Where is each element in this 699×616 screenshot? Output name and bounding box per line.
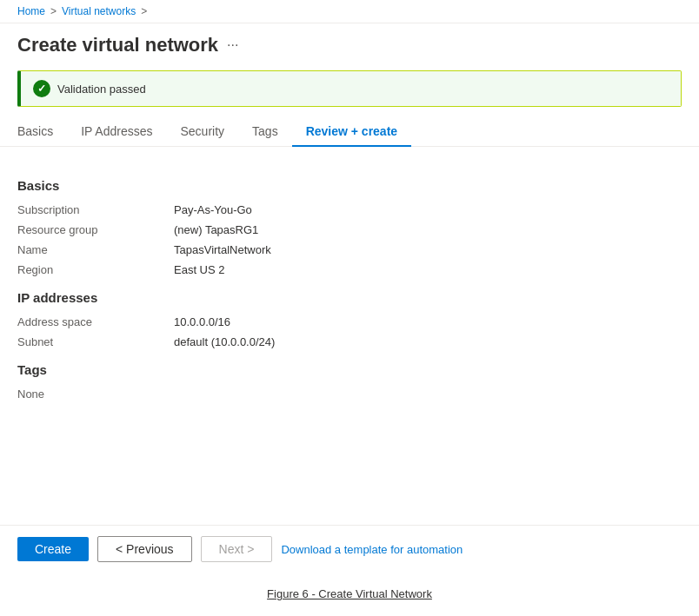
main-content: Basics Subscription Pay-As-You-Go Resour… — [0, 147, 699, 432]
basics-region-label: Region — [17, 263, 174, 276]
next-button: Next > — [201, 536, 273, 562]
basics-resource-group-label: Resource group — [17, 223, 174, 236]
basics-resource-group-value: (new) TapasRG1 — [174, 223, 258, 236]
tabs-container: Basics IP Addresses Security Tags Review… — [0, 117, 699, 147]
top-bar: Home > Virtual networks > — [0, 0, 699, 23]
tags-section-title: Tags — [17, 362, 682, 377]
ip-addresses-section-title: IP addresses — [17, 290, 682, 305]
ip-address-space-label: Address space — [17, 315, 174, 328]
validation-check-icon — [33, 80, 50, 97]
basics-name-row: Name TapasVirtalNetwork — [17, 243, 682, 256]
ip-address-space-value: 10.0.0.0/16 — [174, 315, 230, 328]
basics-subscription-value: Pay-As-You-Go — [174, 203, 252, 216]
tab-security[interactable]: Security — [166, 117, 238, 147]
tags-none-row: None — [17, 387, 682, 401]
ip-subnet-row: Subnet default (10.0.0.0/24) — [17, 335, 682, 348]
tab-ip-addresses[interactable]: IP Addresses — [67, 117, 166, 147]
breadcrumb: Home > Virtual networks > — [17, 5, 682, 17]
basics-region-value: East US 2 — [174, 263, 225, 276]
more-options-icon[interactable]: ··· — [227, 37, 238, 53]
breadcrumb-virtual-networks[interactable]: Virtual networks — [62, 5, 136, 17]
validation-banner: Validation passed — [17, 70, 682, 107]
ip-subnet-value: default (10.0.0.0/24) — [174, 335, 275, 348]
tab-tags[interactable]: Tags — [238, 117, 292, 147]
tags-section: Tags None — [17, 362, 682, 401]
ip-address-space-row: Address space 10.0.0.0/16 — [17, 315, 682, 328]
figure-caption: Figure 6 - Create Virtual Network — [0, 580, 699, 607]
ip-addresses-section: IP addresses Address space 10.0.0.0/16 S… — [17, 290, 682, 348]
page-header: Create virtual network ··· — [0, 23, 699, 63]
automation-link[interactable]: Download a template for automation — [281, 543, 463, 556]
previous-button[interactable]: < Previous — [97, 536, 192, 562]
create-button[interactable]: Create — [17, 537, 89, 561]
breadcrumb-home[interactable]: Home — [17, 5, 45, 17]
basics-name-label: Name — [17, 243, 174, 256]
basics-region-row: Region East US 2 — [17, 263, 682, 276]
breadcrumb-sep1: > — [50, 5, 57, 17]
basics-name-value: TapasVirtalNetwork — [174, 243, 271, 256]
basics-subscription-label: Subscription — [17, 203, 174, 216]
validation-text: Validation passed — [57, 83, 146, 96]
tab-basics[interactable]: Basics — [17, 117, 67, 147]
basics-resource-group-row: Resource group (new) TapasRG1 — [17, 223, 682, 236]
tab-review-create[interactable]: Review + create — [292, 117, 411, 147]
basics-section: Basics Subscription Pay-As-You-Go Resour… — [17, 178, 682, 276]
ip-subnet-label: Subnet — [17, 335, 174, 348]
basics-section-title: Basics — [17, 178, 682, 193]
page-title: Create virtual network — [17, 34, 218, 56]
breadcrumb-sep2: > — [141, 5, 147, 17]
tags-none-label: None — [17, 387, 174, 401]
basics-subscription-row: Subscription Pay-As-You-Go — [17, 203, 682, 216]
footer-bar: Create < Previous Next > Download a temp… — [0, 525, 699, 573]
